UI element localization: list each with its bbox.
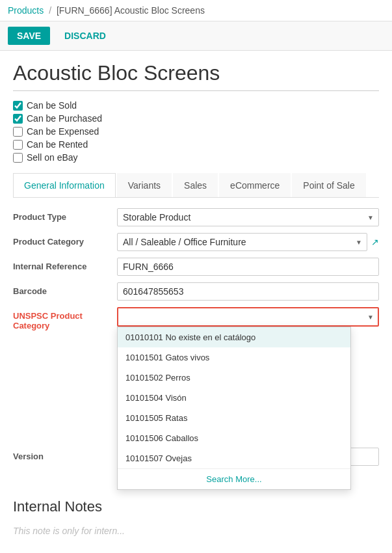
dropdown-item-3[interactable]: 10101504 Visón <box>118 388 350 408</box>
product-type-field[interactable]: Storable Product Consumable Service <box>117 208 379 226</box>
breadcrumb-separator: / <box>49 5 51 16</box>
tab-general-information[interactable]: General Information <box>13 173 116 198</box>
checkbox-can-be-expensed: Can be Expensed <box>13 126 379 137</box>
internal-reference-label: Internal Reference <box>13 258 117 271</box>
breadcrumb: Products / [FURN_6666] Acoustic Bloc Scr… <box>0 0 392 21</box>
barcode-label: Barcode <box>13 282 117 296</box>
product-category-select-wrapper: All / Saleable / Office Furniture <box>117 233 367 251</box>
product-category-field: All / Saleable / Office Furniture ↗ <box>117 233 379 251</box>
can-be-rented-checkbox[interactable] <box>13 140 23 150</box>
tab-point-of-sale[interactable]: Point of Sale <box>292 173 365 197</box>
tab-sales[interactable]: Sales <box>173 173 218 197</box>
tabs: General Information Variants Sales eComm… <box>13 173 379 198</box>
dropdown-item-4[interactable]: 10101505 Ratas <box>118 408 350 428</box>
discard-button[interactable]: DISCARD <box>55 27 115 45</box>
product-category-select[interactable]: All / Saleable / Office Furniture <box>117 233 367 251</box>
product-form: Acoustic Bloc Screens Can be Sold Can be… <box>0 51 392 552</box>
product-title: Acoustic Bloc Screens <box>13 61 379 91</box>
can-be-sold-checkbox[interactable] <box>13 101 23 111</box>
can-be-sold-label: Can be Sold <box>27 100 77 111</box>
tab-variants[interactable]: Variants <box>117 173 172 197</box>
dropdown-item-2[interactable]: 10101502 Perros <box>118 368 350 388</box>
checkbox-can-be-sold: Can be Sold <box>13 100 379 111</box>
can-be-purchased-checkbox[interactable] <box>13 114 23 124</box>
product-type-label: Product Type <box>13 208 117 222</box>
form-section: Product Type Storable Product Consumable… <box>13 198 379 483</box>
breadcrumb-current: [FURN_6666] Acoustic Bloc Screens <box>57 5 205 16</box>
checkbox-can-be-purchased: Can be Purchased <box>13 113 379 124</box>
barcode-field <box>117 282 379 301</box>
internal-notes-title: Internal Notes <box>13 498 379 515</box>
product-category-row: Product Category All / Saleable / Office… <box>13 233 379 251</box>
product-type-select[interactable]: Storable Product Consumable Service <box>117 208 379 226</box>
dropdown-item-1[interactable]: 10101501 Gatos vivos <box>118 347 350 368</box>
dropdown-item-5[interactable]: 10101506 Caballos <box>118 428 350 448</box>
can-be-rented-label: Can be Rented <box>27 139 88 150</box>
checkbox-list: Can be Sold Can be Purchased Can be Expe… <box>13 100 379 163</box>
dropdown-item-6[interactable]: 10101507 Ovejas <box>118 448 350 468</box>
unspsc-row: UNSPSC ProductCategory ▼ 01010101 No exi… <box>13 307 379 330</box>
dropdown-search-more[interactable]: Search More... <box>118 468 350 489</box>
checkbox-sell-on-ebay: Sell on eBay <box>13 152 379 163</box>
can-be-expensed-label: Can be Expensed <box>27 126 99 137</box>
unspsc-dropdown: 01010101 No existe en el catálogo 101015… <box>117 327 351 490</box>
toolbar: SAVE DISCARD <box>0 21 392 51</box>
can-be-purchased-label: Can be Purchased <box>27 113 102 124</box>
sell-on-ebay-label: Sell on eBay <box>27 152 78 163</box>
internal-reference-row: Internal Reference <box>13 258 379 276</box>
internal-reference-input[interactable] <box>117 258 379 276</box>
internal-reference-field <box>117 258 379 276</box>
product-category-label: Product Category <box>13 233 117 247</box>
barcode-row: Barcode <box>13 282 379 301</box>
product-type-row: Product Type Storable Product Consumable… <box>13 208 379 226</box>
breadcrumb-link[interactable]: Products <box>8 5 44 16</box>
unspsc-input[interactable] <box>117 307 379 327</box>
sell-on-ebay-checkbox[interactable] <box>13 153 23 163</box>
save-button[interactable]: SAVE <box>8 27 50 45</box>
version-label: Version <box>13 448 117 461</box>
barcode-input[interactable] <box>117 282 379 301</box>
unspsc-label: UNSPSC ProductCategory <box>13 307 117 330</box>
internal-notes-placeholder: This note is only for intern... <box>13 520 379 541</box>
tab-ecommerce[interactable]: eCommerce <box>219 173 291 197</box>
can-be-expensed-checkbox[interactable] <box>13 127 23 137</box>
dropdown-item-0[interactable]: 01010101 No existe en el catálogo <box>118 327 350 347</box>
external-link-icon[interactable]: ↗ <box>371 237 379 247</box>
checkbox-can-be-rented: Can be Rented <box>13 139 379 150</box>
unspsc-field: ▼ 01010101 No existe en el catálogo 1010… <box>117 307 379 327</box>
